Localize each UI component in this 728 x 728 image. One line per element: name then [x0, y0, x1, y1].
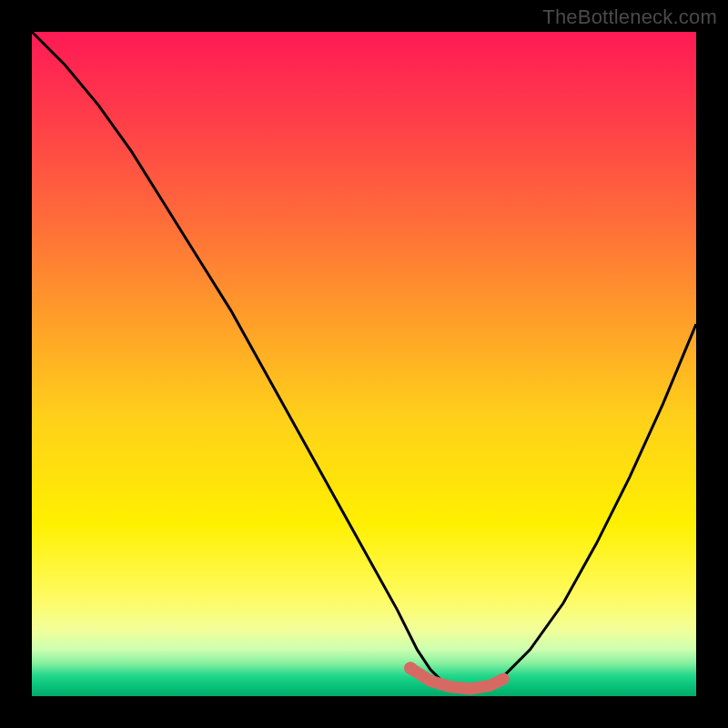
plot-area — [32, 32, 696, 696]
chart-svg — [32, 32, 696, 696]
chart-frame: TheBottleneck.com — [0, 0, 728, 728]
highlight-path — [410, 668, 503, 689]
watermark-text: TheBottleneck.com — [542, 5, 717, 29]
curve-path — [32, 32, 696, 690]
highlight-dot — [404, 662, 417, 674]
